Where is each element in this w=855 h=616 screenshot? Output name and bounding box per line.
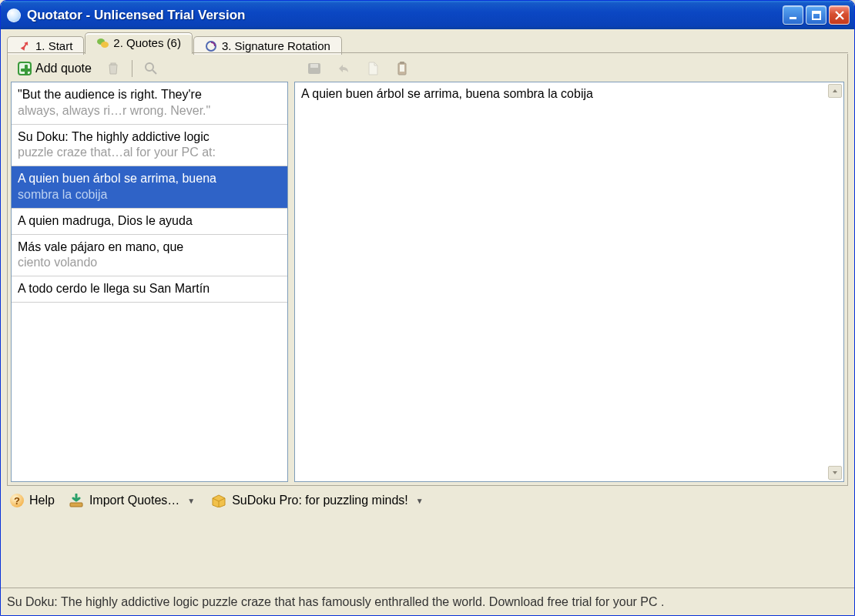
- chevron-down-icon: [832, 470, 838, 476]
- toolbar-separator: [132, 60, 132, 77]
- help-icon: ?: [10, 494, 24, 507]
- save-icon: [307, 61, 322, 76]
- list-item[interactable]: A todo cerdo le llega su San Martín: [12, 276, 287, 303]
- download-icon: [69, 494, 84, 507]
- tab-label: 2. Quotes (6): [113, 36, 181, 49]
- svg-point-6: [101, 42, 109, 48]
- list-item-line2: sombra la cobija: [18, 187, 281, 203]
- window-buttons: [783, 5, 850, 25]
- add-quote-button[interactable]: Add quote: [12, 59, 96, 79]
- svg-rect-14: [400, 65, 404, 72]
- split-view: "But the audience is right. They'realway…: [11, 82, 844, 482]
- package-icon: [211, 494, 226, 507]
- chevron-down-icon: ▼: [185, 497, 197, 505]
- window-title: Quotator - Unlicensed Trial Version: [27, 8, 783, 23]
- add-quote-label: Add quote: [35, 62, 92, 75]
- svg-rect-8: [111, 63, 116, 65]
- list-item-line2: puzzle craze that…al for your PC at:: [18, 145, 281, 161]
- help-button[interactable]: ? Help: [10, 494, 55, 507]
- app-icon: [7, 8, 21, 22]
- list-toolbar: Add quote: [11, 57, 844, 82]
- svg-line-10: [153, 70, 156, 74]
- paste-button[interactable]: [390, 59, 414, 79]
- scroll-down-button[interactable]: [828, 466, 842, 480]
- list-item-line2: ciento volando: [18, 255, 281, 271]
- editor-content: A quien buen árbol se arrima, buena somb…: [301, 87, 837, 101]
- window-body: 1. Start 2. Quotes (6) 3. Signature Rota…: [1, 29, 854, 588]
- svg-rect-16: [70, 503, 82, 507]
- import-label: Import Quotes…: [89, 494, 179, 507]
- list-item-line2: always, always ri…r wrong. Never.": [18, 103, 281, 119]
- undo-icon: [336, 61, 351, 76]
- editor-wrap: A quien buen árbol se arrima, buena somb…: [294, 82, 844, 482]
- chevron-down-icon: ▼: [414, 497, 426, 505]
- quote-editor[interactable]: A quien buen árbol se arrima, buena somb…: [294, 82, 844, 482]
- app-window: Quotator - Unlicensed Trial Version 1. S…: [0, 0, 855, 616]
- svg-rect-0: [790, 17, 796, 19]
- new-page-icon: [365, 61, 381, 76]
- close-icon: [835, 11, 844, 20]
- quote-list[interactable]: "But the audience is right. They'realway…: [11, 82, 288, 482]
- quotes-panel: Add quote: [7, 54, 848, 486]
- chevron-up-icon: [832, 88, 838, 94]
- tabs-row: 1. Start 2. Quotes (6) 3. Signature Rota…: [2, 29, 853, 53]
- maximize-icon: [812, 11, 821, 20]
- list-item-line1: A quien buen árbol se arrima, buena: [18, 171, 281, 187]
- undo-button[interactable]: [331, 59, 356, 79]
- list-item[interactable]: Más vale pájaro en mano, queciento volan…: [12, 235, 287, 277]
- plus-icon: [17, 61, 32, 76]
- tab-label: 3. Signature Rotation: [222, 39, 330, 52]
- scroll-up-button[interactable]: [828, 84, 842, 98]
- svg-point-9: [146, 63, 153, 71]
- save-button[interactable]: [302, 59, 327, 79]
- list-item-line1: A todo cerdo le llega su San Martín: [18, 281, 281, 297]
- status-text: Su Doku: The highly addictive logic puzz…: [7, 595, 664, 609]
- list-item[interactable]: A quien buen árbol se arrima, buenasombr…: [12, 166, 287, 209]
- list-item-line1: Su Doku: The highly addictive logic: [18, 129, 281, 146]
- titlebar[interactable]: Quotator - Unlicensed Trial Version: [1, 1, 854, 29]
- clipboard-icon: [394, 61, 410, 76]
- list-item-line1: "But the audience is right. They're: [18, 87, 281, 103]
- statusbar: Su Doku: The highly addictive logic puzz…: [1, 588, 854, 615]
- list-item[interactable]: A quien madruga, Dios le ayuda: [12, 209, 287, 235]
- close-button[interactable]: [829, 5, 850, 25]
- list-item-line1: Más vale pájaro en mano, que: [18, 239, 281, 256]
- pin-icon: [18, 40, 31, 52]
- list-item[interactable]: Su Doku: The highly addictive logicpuzzl…: [12, 125, 287, 167]
- maximize-button[interactable]: [806, 5, 826, 25]
- search-button[interactable]: [139, 59, 163, 79]
- svg-rect-2: [813, 12, 820, 14]
- delete-button[interactable]: [101, 59, 126, 79]
- new-button[interactable]: [360, 59, 385, 79]
- import-quotes-button[interactable]: Import Quotes… ▼: [69, 494, 197, 507]
- speech-icon: [96, 37, 109, 49]
- tab-label: 1. Start: [35, 39, 72, 52]
- minimize-icon: [789, 11, 798, 20]
- svg-rect-12: [310, 64, 318, 68]
- list-item[interactable]: "But the audience is right. They'realway…: [12, 82, 287, 125]
- sudoku-label: SuDoku Pro: for puzzling minds!: [232, 494, 408, 507]
- help-label: Help: [29, 494, 55, 507]
- sudoku-link[interactable]: SuDoku Pro: for puzzling minds! ▼: [211, 494, 425, 507]
- svg-rect-15: [400, 62, 404, 64]
- search-icon: [143, 61, 159, 76]
- tab-quotes[interactable]: 2. Quotes (6): [85, 32, 193, 54]
- trash-icon: [106, 61, 121, 76]
- rotation-icon: [205, 40, 217, 52]
- list-item-line1: A quien madruga, Dios le ayuda: [18, 213, 281, 229]
- minimize-button[interactable]: [783, 5, 803, 25]
- bottom-toolbar: ? Help Import Quotes… ▼ SuDoku Pro: for …: [2, 486, 853, 512]
- flex-spacer: [2, 512, 853, 588]
